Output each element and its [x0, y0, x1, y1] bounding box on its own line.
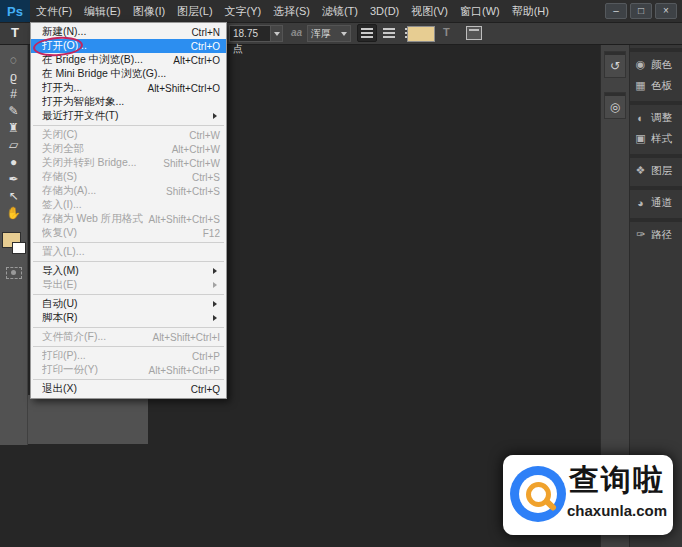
maximize-button[interactable]: □: [630, 3, 652, 19]
font-size-dropdown-arrow[interactable]: [270, 25, 283, 42]
panel-label: 色板: [651, 79, 672, 93]
menu-item-label: 退出(X): [42, 382, 185, 396]
chevron-down-icon: [341, 32, 347, 39]
background-color-swatch[interactable]: [12, 242, 26, 254]
channels-panel-button[interactable]: ◕通道: [630, 192, 682, 213]
panel-group-header: [630, 48, 682, 52]
menu-item-label: 关闭全部: [42, 142, 166, 156]
clone-stamp-tool[interactable]: ♜: [0, 120, 27, 137]
file-menu-item[interactable]: 退出(X)Ctrl+Q: [31, 382, 226, 396]
menubar-item[interactable]: 窗口(W): [454, 0, 506, 22]
align-left-button[interactable]: [357, 24, 377, 42]
menu-item-label: 脚本(R): [42, 311, 209, 325]
layers-panel-button[interactable]: ❖图层: [630, 160, 682, 181]
panel-group: ◕通道: [630, 186, 682, 213]
color-swatches: [2, 232, 26, 258]
file-menu-item[interactable]: 最近打开文件(T): [31, 109, 226, 123]
channels-icon: ◕: [634, 197, 647, 209]
paths-icon: ✑: [634, 228, 647, 241]
color-panel-button[interactable]: ◉颜色: [630, 54, 682, 75]
tools-panel: ◌ϱ#✎♜▱●✒↖✋: [0, 45, 28, 445]
close-button[interactable]: ×: [655, 3, 677, 19]
window-controls: –□×: [605, 3, 677, 19]
file-menu-item[interactable]: 打开为智能对象...: [31, 95, 226, 109]
direct-selection-tool[interactable]: ↖: [0, 188, 27, 205]
panel-label: 路径: [651, 228, 672, 242]
minimize-button[interactable]: –: [605, 3, 627, 19]
menu-item-shortcut: Shift+Ctrl+S: [166, 186, 220, 197]
file-menu-item: 关闭全部Alt+Ctrl+W: [31, 142, 226, 156]
eraser-tool[interactable]: ▱: [0, 137, 27, 154]
quick-mask-icon[interactable]: [6, 267, 22, 279]
styles-panel-button[interactable]: ▣样式: [630, 128, 682, 149]
menu-item-shortcut: Ctrl+P: [192, 351, 220, 362]
anti-alias-select[interactable]: 浑厚: [307, 25, 351, 42]
lasso-tool[interactable]: ϱ: [0, 69, 27, 86]
menu-item-label: 最近打开文件(T): [42, 109, 209, 123]
menu-item-label: 打开为...: [42, 81, 141, 95]
color-icon: ◉: [634, 58, 647, 71]
swatches-panel-button[interactable]: ▦色板: [630, 75, 682, 96]
panel-group-header: [630, 218, 682, 222]
menu-item-shortcut: Alt+Shift+Ctrl+P: [149, 365, 220, 376]
watermark-title: 查询啦: [569, 460, 665, 501]
character-panel-toggle-icon[interactable]: [466, 26, 482, 40]
file-menu-item[interactable]: 自动(U): [31, 297, 226, 311]
pen-tool[interactable]: ✒: [0, 171, 27, 188]
menu-separator: [33, 379, 224, 380]
menu-item-shortcut: Alt+Shift+Ctrl+I: [152, 332, 220, 343]
chevron-down-icon: [274, 32, 280, 39]
menu-item-shortcut: Alt+Shift+Ctrl+S: [149, 214, 220, 225]
panel-label: 颜色: [651, 58, 672, 72]
menubar-item[interactable]: 文件(F): [30, 0, 78, 22]
warp-text-icon[interactable]: T: [443, 26, 450, 38]
panel-label: 调整: [651, 111, 672, 125]
file-menu-item[interactable]: 在 Mini Bridge 中浏览(G)...: [31, 67, 226, 81]
menu-item-label: 在 Mini Bridge 中浏览(G)...: [42, 67, 220, 81]
menu-separator: [33, 294, 224, 295]
crop-tool[interactable]: #: [0, 86, 27, 103]
watermark: 查询啦 chaxunla.com: [503, 455, 673, 535]
blur-tool[interactable]: ●: [0, 154, 27, 171]
menubar-item[interactable]: 视图(V): [405, 0, 454, 22]
hand-tool[interactable]: ✋: [0, 205, 27, 222]
menu-bar: Ps 文件(F)编辑(E)图像(I)图层(L)文字(Y)选择(S)滤镜(T)3D…: [0, 0, 682, 23]
file-menu-item[interactable]: 打开为...Alt+Shift+Ctrl+O: [31, 81, 226, 95]
history-panel-collapsed[interactable]: ↺: [604, 51, 626, 78]
menu-item-shortcut: Alt+Shift+Ctrl+O: [147, 83, 220, 94]
menubar-items: 文件(F)编辑(E)图像(I)图层(L)文字(Y)选择(S)滤镜(T)3D(D)…: [30, 0, 555, 22]
file-menu-item[interactable]: 脚本(R): [31, 311, 226, 325]
adjustments-panel-button[interactable]: ◐调整: [630, 107, 682, 128]
submenu-arrow-icon: [213, 268, 220, 274]
history-panel-icon: ↺: [605, 55, 625, 77]
menubar-item[interactable]: 选择(S): [267, 0, 316, 22]
align-center-button[interactable]: [379, 24, 399, 42]
file-menu-item: 关闭(C)Ctrl+W: [31, 128, 226, 142]
menu-item-shortcut: Ctrl+O: [191, 41, 220, 52]
menu-item-label: 关闭(C): [42, 128, 183, 142]
font-size-input[interactable]: 18.75 点: [229, 25, 273, 42]
menubar-item[interactable]: 3D(D): [364, 0, 405, 22]
text-color-swatch[interactable]: [407, 26, 435, 42]
menu-separator: [33, 242, 224, 243]
clone-source-panel-collapsed[interactable]: ◎: [604, 92, 626, 119]
anti-alias-icon: aa: [291, 27, 302, 38]
file-menu-item[interactable]: 导入(M): [31, 264, 226, 278]
panel-label: 通道: [651, 196, 672, 210]
menubar-item[interactable]: 帮助(H): [506, 0, 555, 22]
eyedropper-tool[interactable]: ✎: [0, 103, 27, 120]
submenu-arrow-icon: [213, 113, 220, 119]
menubar-item[interactable]: 滤镜(T): [316, 0, 364, 22]
menu-item-label: 文件简介(F)...: [42, 330, 146, 344]
menubar-item[interactable]: 编辑(E): [78, 0, 127, 22]
menubar-item[interactable]: 图像(I): [127, 0, 171, 22]
paths-panel-button[interactable]: ✑路径: [630, 224, 682, 245]
menu-item-label: 存储为(A)...: [42, 184, 160, 198]
panel-group: ◐调整▣样式: [630, 101, 682, 149]
menu-item-shortcut: Shift+Ctrl+W: [163, 158, 220, 169]
menubar-item[interactable]: 图层(L): [171, 0, 218, 22]
elliptical-marquee-tool[interactable]: ◌: [0, 52, 27, 69]
submenu-arrow-icon: [213, 315, 220, 321]
menubar-item[interactable]: 文字(Y): [219, 0, 268, 22]
panel-group: ✑路径: [630, 218, 682, 245]
